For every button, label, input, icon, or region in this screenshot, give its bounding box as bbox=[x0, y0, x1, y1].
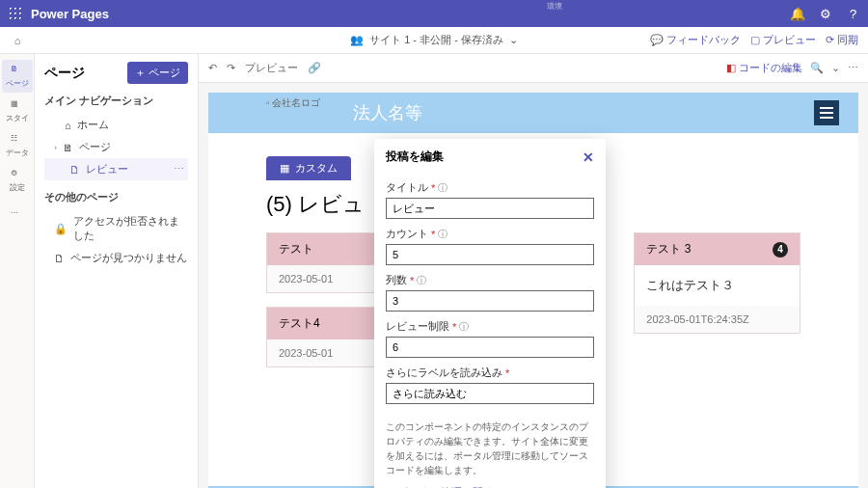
hamburger-menu-icon[interactable] bbox=[814, 100, 839, 125]
count-input[interactable] bbox=[386, 244, 594, 265]
sidebar-group-other: その他のページ bbox=[44, 190, 188, 204]
rail-item-pages[interactable]: 🗎ページ bbox=[2, 60, 33, 93]
sidebar-item-review[interactable]: 🗋レビュー⋯ bbox=[44, 158, 188, 180]
rail-overflow[interactable]: ⋯ bbox=[2, 199, 33, 231]
company-logo: ▫ 会社名ロゴ bbox=[266, 96, 320, 110]
help-icon[interactable]: ? bbox=[846, 7, 860, 21]
brand-name: Power Pages bbox=[31, 7, 860, 21]
style-icon: ▦ bbox=[11, 99, 24, 113]
gear-icon: ⚙ bbox=[11, 169, 24, 182]
redo-icon[interactable]: ↷ bbox=[227, 62, 235, 74]
people-icon: 👥 bbox=[350, 34, 364, 46]
feedback-link[interactable]: 💬 フィードバック bbox=[650, 33, 741, 47]
lock-icon: 🔒 bbox=[54, 223, 68, 235]
sidebar-group-main: メイン ナビゲーション bbox=[44, 94, 188, 108]
settings-gear-icon[interactable]: ⚙ bbox=[818, 7, 832, 21]
loadmore-input[interactable] bbox=[386, 383, 594, 404]
custom-tab[interactable]: ▦カスタム bbox=[266, 156, 351, 180]
environment-name bbox=[547, 12, 556, 22]
zoom-icon[interactable]: 🔍 bbox=[810, 62, 824, 74]
sidebar-item-not-found[interactable]: 🗋ページが見つかりません bbox=[44, 247, 188, 269]
company-name: 法人名等 bbox=[353, 101, 422, 124]
dialog-note: このコンポーネントの特定のインスタンスのプロパティのみ編集できます。サイト全体に… bbox=[374, 418, 606, 483]
info-icon[interactable]: ⓘ bbox=[438, 181, 448, 195]
home-icon[interactable]: ⌂ bbox=[0, 35, 35, 46]
info-icon[interactable]: ⓘ bbox=[459, 320, 469, 334]
site-title[interactable]: 👥 サイト 1 - 非公開 - 保存済み ⌄ bbox=[350, 33, 518, 47]
sidebar-item-home[interactable]: ⌂ホーム bbox=[44, 114, 188, 136]
chevron-down-icon[interactable]: ⌄ bbox=[831, 62, 840, 74]
sync-link[interactable]: ⟳ 同期 bbox=[826, 33, 858, 47]
page-icon: 🗋 bbox=[54, 253, 65, 264]
page-icon: 🗎 bbox=[11, 65, 24, 78]
info-icon[interactable]: ⓘ bbox=[438, 228, 448, 241]
notifications-icon[interactable]: 🔔 bbox=[790, 7, 804, 21]
undo-icon[interactable]: ↶ bbox=[208, 62, 217, 74]
new-page-button[interactable]: ＋ ページ bbox=[127, 62, 188, 84]
rail-item-settings[interactable]: ⚙設定 bbox=[2, 164, 33, 197]
chevron-down-icon: ⌄ bbox=[509, 34, 518, 46]
sidebar-title: ページ bbox=[44, 65, 85, 82]
info-icon[interactable]: ⓘ bbox=[417, 274, 426, 287]
rail-item-data[interactable]: ☷データ bbox=[2, 129, 33, 162]
data-icon: ☷ bbox=[11, 134, 24, 148]
edit-code-button[interactable]: ◧ コードの編集 bbox=[726, 61, 802, 75]
more-icon: ⋯ bbox=[11, 208, 24, 222]
environment-label: 環境 bbox=[547, 3, 562, 11]
chevron-right-icon: › bbox=[54, 143, 57, 152]
dialog-title: 投稿を編集 bbox=[386, 149, 444, 165]
portal-admin-link[interactable]: ⧉ポータル管理で開く bbox=[374, 483, 606, 488]
close-icon[interactable]: ✕ bbox=[583, 149, 594, 165]
edit-post-dialog: 投稿を編集✕ タイトル*ⓘ カウント*ⓘ 列数*ⓘ レビュー制限*ⓘ さらにラベ… bbox=[374, 139, 606, 488]
link-icon[interactable]: 🔗 bbox=[308, 62, 321, 74]
card-badge: 4 bbox=[773, 242, 788, 258]
preview-link[interactable]: ▢ プレビュー bbox=[750, 33, 816, 47]
more-icon[interactable]: ⋯ bbox=[174, 163, 184, 176]
grid-icon: ▦ bbox=[280, 162, 289, 175]
columns-input[interactable] bbox=[386, 290, 594, 312]
more-icon[interactable]: ⋯ bbox=[848, 62, 858, 74]
home-icon: ⌂ bbox=[65, 120, 71, 131]
page-icon: 🗎 bbox=[63, 142, 73, 153]
environment-picker[interactable]: 環境 bbox=[547, 3, 562, 24]
sidebar-item-pages[interactable]: ›🗎ページ bbox=[44, 136, 188, 158]
title-input[interactable] bbox=[386, 198, 594, 219]
toolbar-preview[interactable]: プレビュー bbox=[245, 61, 298, 75]
page-icon: 🗋 bbox=[69, 164, 80, 176]
rail-item-style[interactable]: ▦スタイ bbox=[2, 95, 33, 127]
sidebar-item-access-denied[interactable]: 🔒アクセスが拒否されました bbox=[44, 210, 188, 247]
limit-input[interactable] bbox=[386, 337, 594, 358]
app-launcher-icon[interactable] bbox=[8, 6, 23, 21]
card-test3[interactable]: テスト 34 これはテスト３ 2023-05-01T6:24:35Z bbox=[634, 232, 800, 334]
